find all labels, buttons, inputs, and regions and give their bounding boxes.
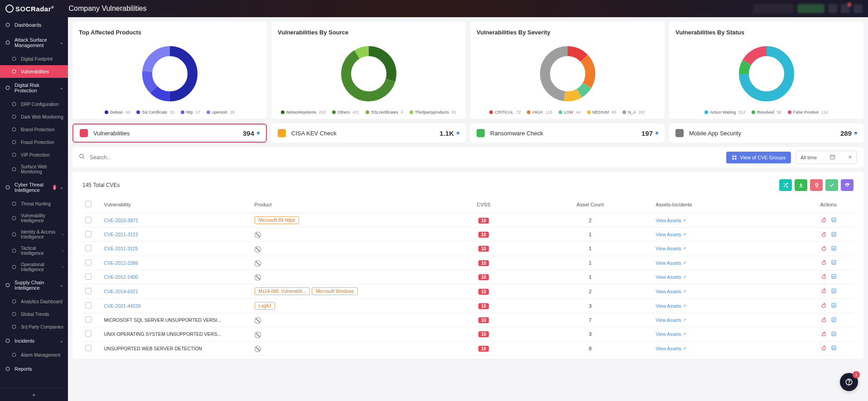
edit-button[interactable] <box>831 302 837 309</box>
sidebar-item-digital-footprint[interactable]: Digital Footprint <box>0 53 68 65</box>
edit-button[interactable] <box>831 273 837 280</box>
legend-item[interactable]: Others421 <box>332 110 359 115</box>
row-checkbox[interactable] <box>85 288 92 294</box>
sidebar-item-alarm-management[interactable]: Alarm Management <box>0 348 68 361</box>
edit-button[interactable] <box>831 217 837 224</box>
legend-item[interactable]: Resolved58 <box>752 110 781 115</box>
col-vulnerability[interactable]: Vulnerability <box>101 196 252 213</box>
thumbs-down-button[interactable] <box>820 273 826 280</box>
approve-button[interactable] <box>825 179 838 191</box>
legend-item[interactable]: SSLcertificates0 <box>366 110 403 115</box>
edit-button[interactable] <box>831 231 837 238</box>
header-user-chip[interactable] <box>753 4 794 13</box>
product-tag[interactable]: Microsoft Windows <box>312 287 358 295</box>
sidebar-item-supply-chain-intelligence[interactable]: Supply Chain Intelligence⌄ <box>0 275 68 295</box>
product-tag[interactable]: Log4J <box>255 302 275 310</box>
legend-item[interactable]: False Positive114 <box>788 110 828 115</box>
row-checkbox[interactable] <box>85 316 92 323</box>
edit-button[interactable] <box>831 345 837 352</box>
sidebar-collapse-button[interactable]: « <box>0 388 68 401</box>
legend-item[interactable]: Debian60 <box>105 110 130 115</box>
row-checkbox[interactable] <box>85 231 92 237</box>
sidebar-item-digital-risk-protection[interactable]: Digital Risk Protection⌄ <box>0 78 68 98</box>
sidebar-item-vulnerabilities[interactable]: Vulnerabilities <box>0 65 68 78</box>
thumbs-down-button[interactable] <box>820 245 826 252</box>
sidebar-item-vulnerability-intelligence[interactable]: Vulnerability Intelligence <box>0 210 68 226</box>
help-fab[interactable]: 1 <box>840 373 858 391</box>
view-assets-link[interactable]: View Assets ↗ <box>656 246 686 251</box>
sidebar-item-identity-access-intelligence[interactable]: Identity & Access Intelligence› <box>0 226 68 243</box>
row-checkbox[interactable] <box>85 259 92 266</box>
col-asset-count[interactable]: Asset Count <box>527 196 653 213</box>
thumbs-down-button[interactable] <box>820 259 826 266</box>
view-assets-link[interactable]: View Assets ↗ <box>656 331 686 337</box>
cve-link[interactable]: CVE-2012-2400 <box>104 274 138 280</box>
edit-button[interactable] <box>831 259 837 266</box>
row-checkbox[interactable] <box>85 302 92 309</box>
stat-card-cisa-kev-check[interactable]: CISA KEV Check 1.1K <box>271 124 466 143</box>
thumbs-down-button[interactable] <box>820 288 826 295</box>
thumbs-down-button[interactable] <box>820 331 826 338</box>
search-input[interactable] <box>90 154 722 161</box>
sidebar-item-tactical-intelligence[interactable]: Tactical Intelligence› <box>0 243 68 259</box>
shuffle-button[interactable] <box>779 179 792 191</box>
view-assets-link[interactable]: View Assets ↗ <box>656 303 686 309</box>
view-assets-link[interactable]: View Assets ↗ <box>656 289 686 294</box>
thumbs-down-button[interactable] <box>820 345 826 352</box>
legend-item[interactable]: N_A267 <box>622 110 646 115</box>
clear-time-icon[interactable]: ✕ <box>848 154 852 160</box>
row-checkbox[interactable] <box>85 330 92 337</box>
legend-item[interactable]: LOW44 <box>559 110 581 115</box>
view-cve-groups-button[interactable]: View of CVE Groups <box>726 152 791 163</box>
legend-item[interactable]: Ssl Certificate15 <box>136 110 174 115</box>
download-button[interactable] <box>795 179 807 191</box>
row-checkbox[interactable] <box>85 245 92 251</box>
sidebar-item-global-trends[interactable]: Global Trends <box>0 308 68 320</box>
header-notification-icon[interactable] <box>841 4 850 13</box>
row-checkbox[interactable] <box>85 273 92 280</box>
product-tag[interactable]: Microsoft IIS httpd <box>255 216 299 224</box>
sidebar-item-surface-web-monitoring[interactable]: Surface Web Monitoring <box>0 161 68 177</box>
stat-card-mobile-app-security[interactable]: Mobile App Security 289 <box>669 124 863 143</box>
edit-button[interactable] <box>831 331 837 338</box>
cve-link[interactable]: CVE-2012-2399 <box>104 260 138 266</box>
cve-link[interactable]: CVE-2011-3125 <box>104 246 138 251</box>
view-assets-link[interactable]: View Assets ↗ <box>656 346 686 351</box>
legend-item[interactable]: CRITICAL72 <box>489 110 521 115</box>
sidebar-item-threat-hunting[interactable]: Threat Hunting <box>0 197 68 210</box>
legend-item[interactable]: MEDIUM60 <box>587 110 617 115</box>
header-util-2-icon[interactable] <box>854 4 863 13</box>
thumbs-down-button[interactable] <box>820 317 826 324</box>
legend-item[interactable]: Action Waiting512 <box>704 110 745 115</box>
header-status-chip[interactable] <box>797 4 825 13</box>
view-assets-link[interactable]: View Assets ↗ <box>656 232 686 237</box>
legend-item[interactable]: Thirdpartyproducts61 <box>410 110 456 115</box>
view-assets-link[interactable]: View Assets ↗ <box>656 274 686 280</box>
sidebar-item-drp-configuration[interactable]: DRP Configuration <box>0 98 68 110</box>
col-cvss[interactable]: CVSS <box>440 196 528 213</box>
edit-button[interactable] <box>831 245 837 252</box>
legend-item[interactable]: Networksystems202 <box>281 110 326 115</box>
thumbs-down-button[interactable] <box>820 217 826 224</box>
thumbs-down-button[interactable] <box>820 302 826 309</box>
cve-link[interactable]: CVE-2014-6321 <box>104 289 138 294</box>
col-assets-incidents[interactable]: Assets-Incidents <box>653 196 803 213</box>
thumbs-down-button[interactable] <box>820 231 826 238</box>
view-assets-link[interactable]: View Assets ↗ <box>656 218 686 223</box>
cve-link[interactable]: CVE-2010-3972 <box>104 218 138 223</box>
stat-card-ransomware-check[interactable]: Ransomware Check 197 <box>470 124 665 143</box>
edit-button[interactable] <box>831 317 837 324</box>
legend-item[interactable]: http17 <box>181 110 200 115</box>
stat-card-vulnerabilities[interactable]: Vulnerabilities 394 <box>72 124 267 143</box>
refresh-button[interactable] <box>841 179 854 191</box>
view-assets-link[interactable]: View Assets ↗ <box>656 260 686 266</box>
brand-logo[interactable]: SOCRadar® <box>5 5 54 13</box>
sidebar-item-3rd-party-companies[interactable]: 3rd Party Companies <box>0 320 68 333</box>
cve-link[interactable]: CVE-2021-44228 <box>104 303 141 309</box>
edit-button[interactable] <box>831 288 837 295</box>
legend-item[interactable]: openssh28 <box>207 110 235 115</box>
col-product[interactable]: Product <box>252 196 440 213</box>
header-util-1-icon[interactable] <box>828 4 837 13</box>
product-tag[interactable]: Ms14-066: Vulnerabili... <box>255 287 310 295</box>
time-filter-select[interactable]: All time ✕ <box>796 151 857 164</box>
